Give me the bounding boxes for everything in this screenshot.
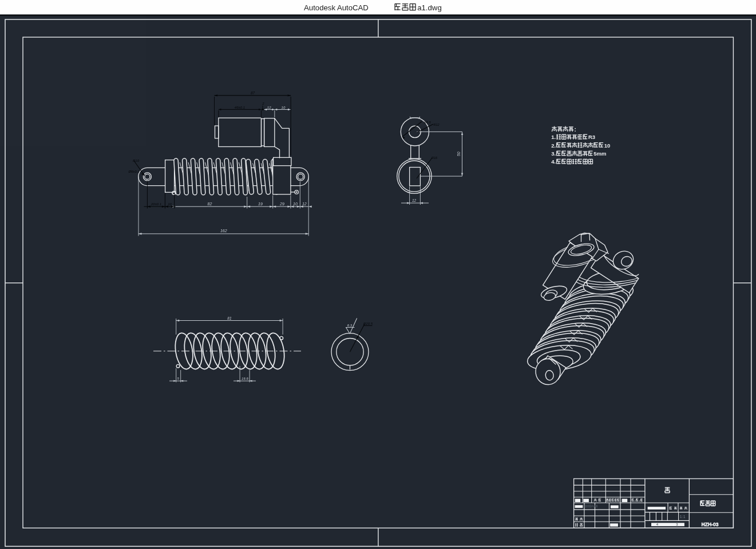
svg-text:12: 12 (267, 106, 271, 109)
svg-text:19: 19 (258, 202, 263, 206)
svg-text:10: 10 (293, 202, 298, 206)
svg-text:10: 10 (282, 106, 286, 109)
svg-text:R6.5: R6.5 (424, 121, 432, 124)
svg-text:29: 29 (279, 202, 284, 206)
svg-text:1.: 1. (551, 134, 556, 140)
svg-text:16.6: 16.6 (242, 377, 248, 380)
svg-text:162: 162 (220, 229, 227, 233)
svg-text:46±0.1: 46±0.1 (235, 106, 245, 109)
svg-text:20±0.1: 20±0.1 (151, 202, 161, 206)
svg-text:R3: R3 (588, 134, 595, 140)
svg-text:5mm: 5mm (593, 150, 606, 157)
svg-text:R10: R10 (133, 159, 140, 162)
svg-text:R12: R12 (434, 123, 440, 126)
svg-text:12: 12 (412, 198, 417, 202)
svg-text:2: 2 (262, 102, 264, 105)
svg-text:50: 50 (457, 152, 461, 156)
svg-text:Autodesk AutoCAD: Autodesk AutoCAD (304, 3, 369, 12)
svg-text:Ø6±0.1: Ø6±0.1 (128, 170, 140, 173)
svg-text:10: 10 (604, 142, 611, 149)
svg-text:R16: R16 (432, 156, 438, 160)
svg-text:87: 87 (251, 91, 255, 95)
svg-text:R20.5: R20.5 (363, 322, 373, 325)
svg-text:1:1: 1:1 (680, 515, 686, 519)
svg-text:10: 10 (168, 202, 172, 206)
svg-text:4.: 4. (551, 158, 556, 165)
svg-text:12: 12 (302, 202, 307, 206)
svg-text:2.: 2. (551, 142, 556, 149)
svg-text:6.3: 6.3 (347, 324, 353, 327)
svg-text:82: 82 (208, 202, 212, 206)
svg-text::: : (574, 126, 576, 133)
svg-text:a1.dwg: a1.dwg (417, 3, 442, 12)
svg-text:81: 81 (227, 316, 232, 320)
svg-text:3.: 3. (551, 150, 556, 157)
svg-text:HZH-03: HZH-03 (701, 522, 718, 527)
